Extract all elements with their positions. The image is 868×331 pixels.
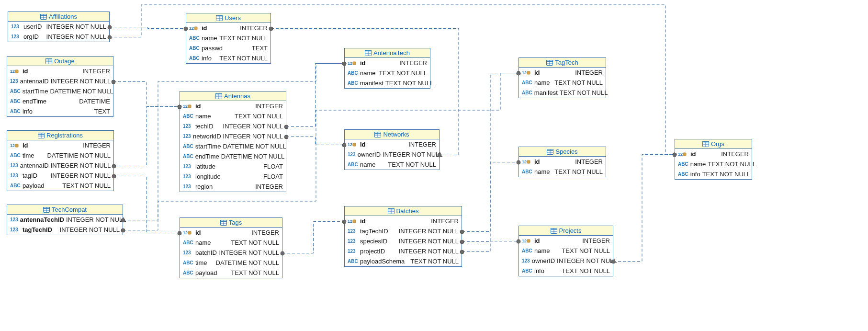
column-row[interactable]: ABCinfoTEXT NOT NULL — [186, 53, 271, 63]
svg-text:12: 12 — [189, 26, 194, 31]
column-row[interactable]: 123techIDINTEGER NOT NULL — [180, 121, 286, 131]
column-row[interactable]: 123speciesIDINTEGER NOT NULL — [345, 236, 462, 246]
entity-header[interactable]: Batches — [345, 206, 462, 216]
column-row[interactable]: 123projectIDINTEGER NOT NULL — [345, 246, 462, 256]
column-row[interactable]: ABCpayloadSchemaTEXT NOT NULL — [345, 256, 462, 266]
column-row[interactable]: ABCinfoTEXT NOT NULL — [675, 169, 752, 179]
column-row[interactable]: ABCnameTEXT NOT NULL — [519, 167, 606, 177]
svg-text:12: 12 — [348, 142, 352, 147]
column-row[interactable]: 12idINTEGER — [519, 157, 606, 167]
entity-antennatech[interactable]: AntennaTech12idINTEGERABCnameTEXT NOT NU… — [344, 48, 430, 89]
column-row[interactable]: ABCnameTEXT NOT NULL — [519, 246, 613, 256]
column-row[interactable]: 123tagIDINTEGER NOT NULL — [7, 171, 113, 181]
column-row[interactable]: ABCnameTEXT NOT NULL — [675, 159, 752, 169]
entity-tagtech[interactable]: TagTech12idINTEGERABCnameTEXT NOT NULLAB… — [519, 57, 606, 98]
column-row[interactable]: 123userIDINTEGER NOT NULL — [8, 22, 109, 32]
column-row[interactable]: 12idINTEGER — [675, 149, 752, 159]
column-row[interactable]: 12idINTEGER — [519, 236, 613, 246]
column-type: INTEGER NOT NULL — [223, 132, 283, 141]
entity-header[interactable]: Outage — [7, 57, 113, 66]
column-row[interactable]: 123networkIDINTEGER NOT NULL — [180, 131, 286, 141]
column-row[interactable]: 12idINTEGER — [345, 58, 430, 68]
entity-header[interactable]: AntennaTech — [345, 48, 430, 58]
column-row[interactable]: 123antennaIDINTEGER NOT NULL — [7, 76, 113, 86]
column-row[interactable]: 123tagTechIDINTEGER NOT NULL — [7, 225, 123, 235]
column-row[interactable]: 12idINTEGER — [519, 68, 606, 78]
column-type: FLOAT — [263, 172, 283, 181]
text-type-icon: ABC — [183, 142, 193, 151]
column-row[interactable]: ABCnameTEXT NOT NULL — [345, 160, 439, 170]
column-row[interactable]: ABCpayloadTEXT NOT NULL — [7, 181, 113, 191]
column-row[interactable]: ABCnameTEXT NOT NULL — [180, 238, 282, 248]
entity-header[interactable]: Projects — [519, 226, 613, 236]
entity-affiliations[interactable]: Affiliations123userIDINTEGER NOT NULL123… — [8, 11, 110, 42]
column-row[interactable]: 12idINTEGER — [345, 216, 462, 226]
column-row[interactable]: 123latitudeFLOAT — [180, 161, 286, 171]
entity-registrations[interactable]: Registrations12idINTEGERABCtimeDATETIME … — [7, 130, 114, 191]
column-row[interactable]: ABCstartTimeDATETIME NOT NULL — [7, 86, 113, 96]
svg-rect-67 — [527, 160, 530, 163]
entity-orgs[interactable]: Orgs12idINTEGERABCnameTEXT NOT NULLABCin… — [675, 139, 752, 180]
entity-header[interactable]: Tags — [180, 218, 282, 228]
entity-users[interactable]: Users12idINTEGERABCnameTEXT NOT NULLABCp… — [186, 13, 271, 64]
entity-networks[interactable]: Networks12idINTEGER123ownerIDINTEGER NOT… — [344, 129, 440, 170]
column-row[interactable]: ABCtimeDATETIME NOT NULL — [180, 258, 282, 268]
column-row[interactable]: 12idINTEGER — [7, 66, 113, 76]
column-row[interactable]: ABCendTimeDATETIME — [7, 96, 113, 106]
column-row[interactable]: 123ownerIDINTEGER NOT NULL — [345, 149, 439, 160]
column-row[interactable]: ABCendTimeDATETIME NOT NULL — [180, 151, 286, 161]
erd-canvas: Affiliations123userIDINTEGER NOT NULL123… — [0, 0, 868, 331]
column-row[interactable]: ABCtimeDATETIME NOT NULL — [7, 150, 113, 160]
column-row[interactable]: 123longitudeFLOAT — [180, 171, 286, 182]
column-row[interactable]: 12idINTEGER — [180, 101, 286, 111]
column-row[interactable]: ABCnameTEXT NOT NULL — [345, 68, 430, 78]
entity-header[interactable]: Species — [519, 147, 606, 157]
relationship-connector — [282, 222, 344, 253]
entity-header[interactable]: Users — [186, 13, 271, 23]
entity-title: AntennaTech — [373, 49, 410, 57]
column-row[interactable]: 123ownerIDINTEGER NOT NULL — [519, 256, 613, 266]
column-row[interactable]: 123antennaIDINTEGER NOT NULL — [7, 160, 113, 171]
column-row[interactable]: 123tagTechIDINTEGER NOT NULL — [345, 226, 462, 236]
column-row[interactable]: 123antennaTechIDINTEGER NOT NULL — [7, 215, 123, 225]
column-row[interactable]: 12idINTEGER — [180, 228, 282, 238]
entity-header[interactable]: Networks — [345, 130, 439, 139]
entity-tags[interactable]: Tags12idINTEGERABCnameTEXT NOT NULL123ba… — [180, 217, 282, 278]
entity-header[interactable]: Registrations — [7, 131, 113, 140]
entity-projects[interactable]: Projects12idINTEGERABCnameTEXT NOT NULL1… — [519, 226, 613, 276]
column-row[interactable]: ABCpayloadTEXT NOT NULL — [180, 268, 282, 278]
column-row[interactable]: ABCinfoTEXT NOT NULL — [519, 266, 613, 276]
entity-species[interactable]: Species12idINTEGERABCnameTEXT NOT NULL — [519, 147, 606, 177]
column-name: payload — [23, 181, 45, 190]
column-row[interactable]: ABCstartTimeDATETIME NOT NULL — [180, 141, 286, 151]
column-row[interactable]: ABCmanifestTEXT NOT NULL — [519, 88, 606, 98]
entity-header[interactable]: TagTech — [519, 58, 606, 68]
entity-header[interactable]: Orgs — [675, 139, 752, 149]
text-type-icon: ABC — [10, 87, 21, 96]
column-row[interactable]: 12idINTEGER — [345, 139, 439, 149]
entity-header[interactable]: Antennas — [180, 91, 286, 101]
column-row[interactable]: ABCpasswdTEXT — [186, 43, 271, 53]
entity-batches[interactable]: Batches12idINTEGER123tagTechIDINTEGER NO… — [344, 206, 462, 267]
column-type: TEXT — [252, 44, 268, 53]
relationship-connector — [114, 176, 180, 233]
column-row[interactable]: 123batchIDINTEGER NOT NULL — [180, 248, 282, 258]
column-row[interactable]: ABCnameTEXT NOT NULL — [186, 33, 271, 43]
column-row[interactable]: ABCnameTEXT NOT NULL — [180, 111, 286, 121]
column-row[interactable]: 123orgIDINTEGER NOT NULL — [8, 32, 109, 42]
entity-outage[interactable]: Outage12idINTEGER123antennaIDINTEGER NOT… — [7, 56, 113, 117]
column-row[interactable]: ABCinfoTEXT — [7, 106, 113, 116]
entity-antennas[interactable]: Antennas12idINTEGERABCnameTEXT NOT NULL1… — [180, 91, 286, 192]
column-row[interactable]: ABCmanifestTEXT NOT NULL — [345, 78, 430, 88]
column-row[interactable]: 12idINTEGER — [7, 140, 113, 150]
entity-title: Networks — [383, 131, 409, 138]
entity-header[interactable]: TechCompat — [7, 205, 123, 215]
column-name: name — [195, 112, 211, 121]
column-row[interactable]: 123regionINTEGER — [180, 182, 286, 192]
column-type: INTEGER NOT NULL — [399, 237, 459, 246]
column-row[interactable]: 12idINTEGER — [186, 23, 271, 33]
column-name: batchID — [195, 248, 217, 257]
entity-header[interactable]: Affiliations — [8, 12, 109, 22]
column-row[interactable]: ABCnameTEXT NOT NULL — [519, 78, 606, 88]
entity-techcompat[interactable]: TechCompat123antennaTechIDINTEGER NOT NU… — [7, 205, 123, 235]
